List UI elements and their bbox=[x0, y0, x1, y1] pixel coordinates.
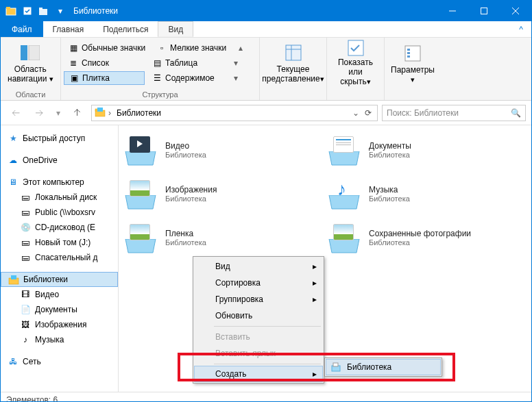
library-icon bbox=[330, 362, 341, 373]
tab-home[interactable]: Главная bbox=[43, 21, 94, 37]
chevron-right-icon: ▸ bbox=[313, 278, 317, 288]
window-title: Библиотеки bbox=[73, 6, 118, 16]
svg-rect-0 bbox=[6, 8, 16, 15]
layout-scroll-up[interactable]: ▴ bbox=[236, 43, 245, 53]
context-menu: Вид▸ Сортировка▸ Группировка▸ Обновить В… bbox=[193, 256, 324, 384]
minimize-button[interactable] bbox=[437, 1, 468, 21]
ctx-separator bbox=[214, 326, 321, 327]
tab-view[interactable]: Вид bbox=[158, 21, 193, 37]
address-bar-row: 🡠 🡢 ▾ 🡡 › Библиотеки ⌄ ⟳ Поиск: Библиоте… bbox=[1, 101, 531, 125]
svg-rect-23 bbox=[11, 275, 16, 279]
image-icon: 🖼 bbox=[20, 319, 31, 330]
options-icon bbox=[402, 42, 424, 64]
network-drive-icon: 🖴 bbox=[20, 207, 31, 218]
breadcrumb-libraries[interactable]: Библиотеки bbox=[114, 108, 164, 118]
tree-cd-drive[interactable]: 💿CD-дисковод (E bbox=[1, 220, 118, 235]
address-bar[interactable]: › Библиотеки ⌄ ⟳ bbox=[91, 105, 378, 121]
details-icon: ▤ bbox=[152, 58, 162, 68]
chevron-right-icon: ▸ bbox=[313, 294, 317, 304]
status-bar: Элементов: 6 bbox=[1, 392, 531, 402]
svg-rect-6 bbox=[481, 8, 487, 14]
tree-local-disk[interactable]: 🖴Локальный диск bbox=[1, 190, 118, 205]
images-library-icon bbox=[124, 177, 157, 210]
ctx-paste: Вставить bbox=[195, 329, 322, 345]
svg-rect-21 bbox=[97, 108, 103, 112]
recent-locations-button[interactable]: ▾ bbox=[53, 103, 64, 123]
svg-rect-4 bbox=[39, 8, 43, 10]
library-saved-photos[interactable]: Сохраненные фотографииБиблиотека bbox=[328, 221, 526, 254]
drive-icon: 🖴 bbox=[20, 192, 31, 203]
navigation-pane-button[interactable]: Областьнавигации ▾ bbox=[3, 39, 58, 87]
tree-network[interactable]: 🖧Сеть bbox=[1, 354, 118, 369]
ribbon: Областьнавигации ▾ Области ▦Огромные зна… bbox=[1, 38, 531, 101]
panes-icon bbox=[19, 42, 41, 64]
qat-dropdown[interactable]: ▾ bbox=[53, 3, 68, 18]
tree-onedrive[interactable]: ☁OneDrive bbox=[1, 153, 118, 168]
layout-content[interactable]: ☰Содержимое bbox=[147, 72, 228, 84]
show-hide-button[interactable]: Показатьили скрыть▾ bbox=[330, 39, 381, 87]
layout-list[interactable]: ≣Список bbox=[64, 57, 145, 69]
group-layout-label: Структура bbox=[64, 90, 256, 100]
layout-more[interactable]: ▾ bbox=[231, 73, 241, 83]
ctx-sort[interactable]: Сортировка▸ bbox=[195, 275, 322, 291]
ribbon-help-button[interactable]: ^ bbox=[511, 21, 531, 37]
context-submenu-new: Библиотека bbox=[324, 357, 442, 377]
tree-rescue-disk[interactable]: 🖴Спасательный д bbox=[1, 250, 118, 265]
ctx-group[interactable]: Группировка▸ bbox=[195, 291, 322, 307]
ctx-paste-shortcut: Вставить ярлык bbox=[195, 345, 322, 362]
tree-lib-images[interactable]: 🖼Изображения bbox=[1, 317, 118, 332]
library-images[interactable]: ИзображенияБиблиотека bbox=[124, 177, 322, 210]
navigation-pane: ★Быстрый доступ ☁OneDrive 🖥Этот компьюте… bbox=[1, 125, 119, 392]
library-music[interactable]: ♪ МузыкаБиблиотека bbox=[328, 177, 526, 210]
library-videos[interactable]: ВидеоБиблиотека bbox=[124, 134, 322, 166]
layout-details[interactable]: ▤Таблица bbox=[147, 57, 228, 69]
network-icon: 🖧 bbox=[8, 356, 19, 367]
qat-properties[interactable] bbox=[20, 3, 35, 18]
tree-public-share[interactable]: 🖴Public (\\vboxsrv bbox=[1, 205, 118, 220]
forward-button[interactable]: 🡢 bbox=[29, 103, 49, 123]
library-film[interactable]: ПленкаБиблиотека bbox=[124, 221, 322, 254]
tree-libraries[interactable]: Библиотеки bbox=[1, 272, 118, 287]
library-documents[interactable]: ДокументыБиблиотека bbox=[328, 134, 526, 166]
tree-lib-music[interactable]: ♪Музыка bbox=[1, 332, 118, 347]
svg-rect-11 bbox=[286, 45, 301, 60]
tab-share[interactable]: Поделиться bbox=[93, 21, 158, 37]
address-dropdown[interactable]: ⌄ bbox=[352, 108, 359, 118]
tree-lib-videos[interactable]: 🎞Видео bbox=[1, 287, 118, 302]
tree-lib-documents[interactable]: 📄Документы bbox=[1, 302, 118, 317]
ctx-new[interactable]: Создать▸ bbox=[194, 366, 323, 382]
submenu-library[interactable]: Библиотека bbox=[326, 359, 441, 375]
drive-icon: 🖴 bbox=[20, 252, 31, 263]
tree-this-pc[interactable]: 🖥Этот компьютер bbox=[1, 175, 118, 190]
list-icon: ≣ bbox=[68, 58, 79, 68]
layout-small[interactable]: ▫Мелкие значки bbox=[152, 42, 233, 54]
layout-tiles[interactable]: ▣Плитка bbox=[64, 71, 145, 85]
search-box[interactable]: Поиск: Библиотеки 🔍 bbox=[382, 105, 526, 121]
ribbon-tabs: Файл Главная Поделиться Вид ^ bbox=[1, 21, 531, 38]
close-button[interactable] bbox=[500, 1, 531, 21]
maximize-button[interactable] bbox=[468, 1, 500, 21]
film-library-icon bbox=[124, 221, 157, 254]
tiles-icon: ▣ bbox=[69, 73, 80, 84]
layout-scroll-down[interactable]: ▾ bbox=[231, 58, 241, 68]
app-icon[interactable] bbox=[3, 3, 19, 18]
star-icon: ★ bbox=[8, 133, 19, 144]
ctx-refresh[interactable]: Обновить bbox=[195, 307, 322, 324]
tree-quick-access[interactable]: ★Быстрый доступ bbox=[1, 131, 118, 146]
layout-medium[interactable]: ▦Обычные значки bbox=[64, 42, 149, 54]
titlebar: ▾ Библиотеки bbox=[1, 1, 531, 21]
ctx-view[interactable]: Вид▸ bbox=[195, 258, 322, 275]
tree-new-volume[interactable]: 🖴Новый том (J:) bbox=[1, 235, 118, 250]
options-button[interactable]: Параметры▾ bbox=[387, 39, 438, 87]
svg-rect-9 bbox=[21, 45, 27, 60]
tab-file[interactable]: Файл bbox=[1, 21, 43, 37]
back-button[interactable]: 🡠 bbox=[6, 103, 25, 123]
qat-new-folder[interactable] bbox=[36, 3, 51, 18]
refresh-button[interactable]: ⟳ bbox=[362, 108, 374, 118]
content-area[interactable]: ВидеоБиблиотека ДокументыБиблиотека Изоб… bbox=[119, 125, 531, 392]
group-panes-label: Области bbox=[3, 90, 58, 100]
current-view-button[interactable]: Текущеепредставление▾ bbox=[263, 39, 324, 87]
document-icon: 📄 bbox=[20, 304, 31, 315]
up-button[interactable]: 🡡 bbox=[68, 103, 87, 123]
music-library-icon: ♪ bbox=[328, 177, 361, 210]
